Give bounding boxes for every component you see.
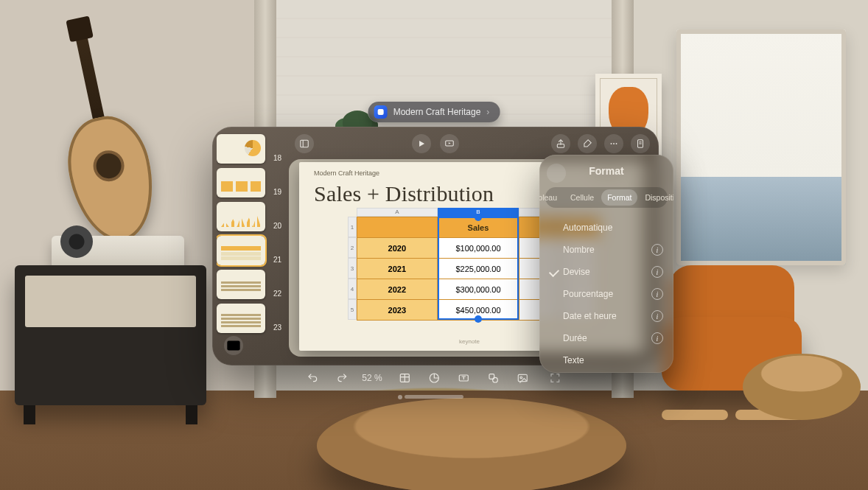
cell-year[interactable]: 2020 [357, 238, 438, 259]
side-table [743, 354, 861, 420]
add-slide-button[interactable] [224, 336, 243, 355]
tab-disposition[interactable]: Disposition [639, 189, 673, 206]
thumbnail [217, 134, 265, 164]
row-number[interactable]: 3 [348, 258, 357, 279]
info-icon[interactable] [651, 266, 663, 278]
option-label: Nombre [563, 245, 595, 255]
chevron-right-icon: › [486, 107, 489, 117]
slide-number: 23 [268, 323, 281, 333]
tab-cellule[interactable]: Cellule [564, 189, 600, 206]
cell-year[interactable]: 2023 [357, 300, 438, 321]
textbox-icon [458, 372, 470, 384]
cell-sales[interactable]: $450,000.00 [437, 300, 519, 321]
slide-thumb-23[interactable]: 23 [217, 304, 281, 333]
option-label: Texte [563, 355, 584, 365]
image-icon [517, 372, 529, 384]
option-label: Devise [563, 267, 590, 277]
slide-thumb-20[interactable]: 20 [217, 202, 281, 231]
redo-icon [336, 372, 348, 384]
insert-chart-button[interactable] [425, 368, 444, 388]
svg-point-6 [611, 143, 612, 144]
table-row-numbers[interactable]: 1 2 3 4 5 [348, 217, 357, 320]
cell-sales[interactable]: $300,000.00 [437, 279, 519, 300]
insert-shape-button[interactable] [484, 368, 503, 388]
svg-point-7 [613, 143, 615, 144]
cell-year[interactable]: 2022 [357, 279, 438, 300]
thumbnail [217, 236, 265, 265]
window-title-pill[interactable]: Modern Craft Heritage › [368, 102, 500, 122]
row-number[interactable]: 5 [348, 299, 357, 320]
row-number[interactable]: 2 [348, 237, 357, 258]
ellipsis-icon [609, 139, 619, 149]
info-icon[interactable] [651, 310, 663, 322]
svg-point-23 [520, 377, 522, 379]
thumbnail [217, 202, 265, 231]
slide-thumb-19[interactable]: 19 [217, 168, 281, 197]
cell-sales[interactable]: $100,000.00 [437, 238, 519, 259]
share-button[interactable] [551, 134, 570, 153]
cell-year[interactable]: 2021 [357, 259, 438, 279]
slide-thumb-22[interactable]: 22 [217, 270, 281, 299]
slide-number: 22 [268, 290, 281, 299]
tab-format[interactable]: Format [601, 189, 637, 206]
presenter-display-icon [444, 139, 455, 149]
room-window [676, 29, 846, 265]
format-panel: Format Tableau Cellule Format Dispositio… [539, 155, 673, 373]
document-settings-button[interactable] [631, 134, 650, 153]
svg-rect-0 [301, 140, 309, 147]
format-paintbrush-button[interactable] [578, 134, 597, 153]
thumbnail [217, 270, 265, 299]
row-number[interactable]: 1 [348, 217, 357, 237]
col-letter-b[interactable]: B [438, 208, 519, 217]
info-icon[interactable] [651, 288, 663, 300]
col-letter-a[interactable]: A [357, 208, 438, 217]
format-option-devise[interactable]: Devise [544, 261, 669, 283]
rehearse-button[interactable] [440, 134, 459, 153]
redo-button[interactable] [332, 368, 351, 388]
sidebar-toggle-button[interactable] [295, 134, 314, 153]
expand-icon [550, 372, 561, 384]
svg-line-25 [552, 169, 561, 178]
slide-number: 20 [268, 222, 281, 231]
toolbar-right [551, 134, 650, 153]
info-icon[interactable] [651, 332, 663, 344]
undo-button[interactable] [303, 368, 322, 388]
svg-point-21 [493, 377, 498, 382]
insert-text-button[interactable] [455, 368, 474, 388]
play-button[interactable] [412, 134, 431, 153]
row-number[interactable]: 4 [348, 279, 357, 299]
play-icon [416, 139, 427, 149]
insert-media-button[interactable] [514, 368, 533, 388]
chart-icon [429, 372, 441, 384]
toolbar-center [412, 134, 459, 153]
zoom-level[interactable]: 52 % [362, 373, 382, 383]
insert-table-button[interactable] [396, 368, 415, 388]
sidebar-icon [299, 139, 309, 149]
tab-tableau[interactable]: Tableau [539, 189, 563, 206]
panel-close-button[interactable] [547, 164, 566, 183]
info-icon[interactable] [651, 244, 663, 256]
option-label: Pourcentage [563, 289, 613, 299]
format-option-automatique[interactable]: Automatique [544, 217, 669, 239]
slide-thumb-21[interactable]: 21 [217, 236, 281, 265]
format-option-duree[interactable]: Durée [544, 327, 669, 349]
slide-number: 21 [268, 256, 281, 265]
cell-sales[interactable]: $225,000.00 [437, 259, 519, 279]
window-resize-dot[interactable] [398, 395, 402, 399]
header-cell[interactable]: Sales [437, 217, 519, 238]
svg-line-24 [552, 169, 561, 178]
slide-thumb-18[interactable]: 18 [217, 134, 281, 164]
window-grabber[interactable] [405, 395, 463, 399]
format-option-date-heure[interactable]: Date et heure [544, 305, 669, 327]
slide-header-left: Modern Craft Heritage [314, 169, 379, 177]
format-option-nombre[interactable]: Nombre [544, 239, 669, 261]
document-title: Modern Craft Heritage [393, 107, 481, 117]
undo-icon [307, 372, 318, 384]
header-cell[interactable] [357, 217, 438, 238]
more-button[interactable] [604, 134, 623, 153]
format-option-texte[interactable]: Texte [544, 349, 669, 371]
slide-navigator[interactable]: 18 19 20 21 22 23 [217, 131, 284, 361]
option-label: Durée [563, 333, 587, 343]
format-option-pourcentage[interactable]: Pourcentage [544, 283, 669, 305]
document-icon [635, 139, 645, 149]
